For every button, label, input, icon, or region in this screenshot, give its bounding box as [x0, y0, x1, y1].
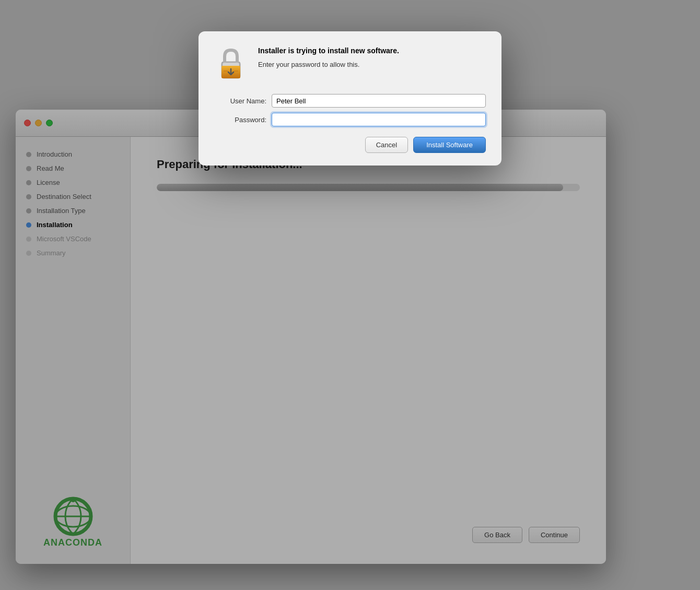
auth-buttons: Cancel Install Software: [214, 137, 486, 153]
auth-dialog-header: Installer is trying to install new softw…: [214, 46, 486, 84]
username-input[interactable]: [272, 94, 486, 108]
auth-dialog-overlay: Installer is trying to install new softw…: [0, 0, 700, 590]
cancel-button[interactable]: Cancel: [365, 137, 408, 153]
username-label: User Name:: [214, 97, 272, 105]
auth-dialog-text: Installer is trying to install new softw…: [258, 46, 399, 68]
auth-title: Installer is trying to install new softw…: [258, 46, 399, 56]
password-input[interactable]: [272, 113, 486, 126]
password-row: Password:: [214, 113, 486, 126]
password-label: Password:: [214, 116, 272, 124]
auth-form: User Name: Password:: [214, 94, 486, 126]
auth-subtitle: Enter your password to allow this.: [258, 61, 399, 68]
auth-dialog: Installer is trying to install new softw…: [199, 31, 501, 166]
install-software-button[interactable]: Install Software: [413, 137, 486, 153]
lock-icon: [214, 46, 248, 84]
username-row: User Name:: [214, 94, 486, 108]
